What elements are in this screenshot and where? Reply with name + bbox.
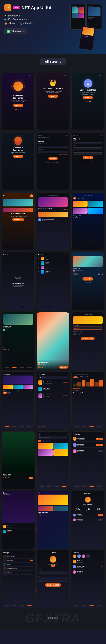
screen-login: LOG IN Skip johnsmith@email.com Log In E…: [37, 132, 70, 190]
followers-item-2: DigitalMind 1.2k followers Follow: [73, 518, 103, 522]
crown-icon: 👑: [38, 79, 68, 86]
nft-worlds-buy-btn[interactable]: Buy: [3, 392, 7, 394]
trending-1-price: 0.12 ETH: [45, 258, 68, 260]
screens-badge: 31 screens: [4, 28, 27, 34]
watermark-section-3: GFXTRA Explore Discover NFTs: [0, 491, 106, 549]
signup-button[interactable]: SIGN UP: [83, 156, 93, 159]
screen-saturn: Skip → A new NFTExperience Discover, col…: [2, 72, 35, 130]
followers-1-follow[interactable]: Follow: [98, 514, 103, 516]
screen-eth-cta[interactable]: NEXT →: [83, 96, 93, 99]
explore1-buy[interactable]: Buy: [29, 477, 33, 479]
nft-worlds-gallery-title: NFT Worlds: [3, 374, 10, 375]
sales-history-title: NFT Worlds Sales History: [73, 374, 88, 375]
sea-sun-bid-btn[interactable]: Place Bid: [82, 277, 93, 280]
signup-password-input[interactable]: [73, 152, 103, 154]
watermark-section-2: GFXTRA Dark Forest @nature.world 0.45 ET…: [0, 432, 106, 490]
profile-name-input[interactable]: [38, 571, 68, 574]
sea-sun-title: Sea & Sun: [73, 268, 103, 269]
save-profile-btn[interactable]: SAVE CHANGES: [45, 584, 61, 586]
settings-item-1[interactable]: Find & Support ›: [3, 554, 33, 558]
trending-title: Trending: [38, 254, 44, 256]
signup-email-input[interactable]: [73, 147, 103, 150]
settings-item-5[interactable]: Payment ›: [3, 570, 33, 574]
following-2-unfollow[interactable]: Following: [96, 444, 103, 446]
feature-icons: ★ 190+ Icons: [4, 14, 67, 17]
trending-item-4: 4 Trending 0.20 ETH: [38, 270, 68, 274]
trending-item-3: 3 MyPaper 0.15 ETH: [38, 265, 68, 270]
screens-row-5: Topforests by @nature.art 3.2k likes Pri…: [2, 312, 104, 370]
screen-followers-stats: Followers ⋯ +5 ArtMaster: [71, 550, 104, 608]
footer-link[interactable]: gfxtra.com: [47, 616, 58, 619]
nft-list-item-1: Neon World by @neon.creator 0.9 ETH: [38, 380, 68, 386]
profile-avatar: [85, 497, 91, 502]
following-1-unfollow[interactable]: Following: [96, 438, 103, 440]
screen-crown: Skip → 👑 Success in Crypto Art Create an…: [37, 72, 70, 130]
settings-item-3[interactable]: Privacy ›: [3, 562, 33, 566]
screens-row-2: A new NFTExperience Digital art marketpl…: [0, 132, 106, 190]
screen-settings: Settings Find & Support › Notificati: [2, 550, 35, 608]
feature-styles: 🔥 Many UI Style Guides: [4, 22, 67, 25]
signup-name-input[interactable]: [73, 142, 103, 144]
login-button[interactable]: LOG IN: [48, 157, 58, 160]
nft-worlds-search[interactable]: 🔍 Search...: [38, 376, 68, 379]
settings-label-2: Notifications: [7, 560, 14, 561]
screen-followers: Followers @NFTCreator 125 Following 89: [71, 491, 104, 549]
fire-icon: 🔥: [4, 22, 8, 25]
screen-saturn-cta[interactable]: NEXT →: [13, 104, 23, 107]
settings-label-3: Privacy: [7, 564, 11, 565]
all-screens-pill: All Screens: [40, 58, 66, 65]
screens-row-3: ☰ Connect wallet Connect your digital wa…: [0, 192, 106, 250]
bottom-spacing: [0, 626, 106, 630]
screen-wallet-cta[interactable]: CONNECT: [12, 218, 24, 221]
no-following-text: No following yet!: [12, 282, 24, 284]
saturn-planet: [13, 82, 23, 91]
screens-count: 31 screens: [11, 30, 24, 33]
screens-icon: [7, 30, 10, 33]
screen-signup-title: Sign Up: [73, 138, 103, 140]
profile-bio-input[interactable]: [38, 577, 68, 582]
screen-crown-cta[interactable]: NEXT →: [48, 94, 58, 98]
login-email-input[interactable]: [38, 146, 68, 148]
preview-phone-2: Hot Bids ♦ Blake Vilmis 0.12 ETH: [86, 4, 102, 30]
nft-worlds-price-large: $115,678.04: [38, 426, 68, 428]
page-wrapper: Xd Xd NFT App UI Kit ★ 190+ Icons ◆ 65+ …: [0, 0, 106, 630]
screen-sea-sun: ← ♡ Sea & Sun by @seaartist Current bid …: [71, 252, 104, 310]
watermark-section-1: GFXTRA Topforests by @nature.art 3.2k li…: [0, 312, 106, 370]
settings-label-5: Payment: [7, 572, 12, 573]
nft-list-item-3: Crystal Mind by @crystal 0.7 ETH: [38, 393, 68, 398]
feature-list: ★ 190+ Icons ◆ 65+ Components 🔥 Many UI …: [4, 14, 67, 25]
screens-row-6: NFT Worlds ⋯ $1.2K$3.1K$2.9K Buy Sel: [0, 372, 106, 429]
feature-icons-text: 190+ Icons: [8, 14, 20, 17]
screen-topforests: Topforests by @nature.art 3.2k likes Pri…: [2, 312, 35, 370]
notifications-toggle[interactable]: [30, 560, 33, 561]
diamond-icon: ◆: [4, 18, 6, 21]
xd-badge: Xd: [13, 6, 20, 9]
screen-drop-cta[interactable]: NEXT →: [13, 155, 23, 158]
screen-drop-label: A new NFTExperience: [3, 147, 33, 152]
settings-item-4[interactable]: Change Password ›: [3, 566, 33, 570]
watermark-bottom: GFXTRA gfxtra.com: [0, 610, 106, 626]
screen-calm-place: ← Calm Place Art ♡ All Art 3D: [71, 192, 104, 250]
nft-worlds-list-title: NFT Worlds: [38, 374, 45, 375]
place-bid-button[interactable]: PLACE A BID: [81, 337, 94, 340]
settings-avatar: [49, 556, 57, 563]
feature-components-text: 65+ Components: [8, 18, 27, 21]
screen-settings-2: ← Profile @cryptouser Pro Display Name: [36, 550, 70, 608]
screens-row-9: Settings Find & Support › Notificati: [2, 550, 104, 608]
explore2-search[interactable]: 🔍 Search NFTs...: [38, 436, 68, 438]
followers-title: Followers: [73, 493, 103, 494]
following-3-follow[interactable]: Follow: [98, 450, 103, 452]
followers-2-follow[interactable]: Follow: [98, 519, 103, 521]
sales-chart: [73, 379, 103, 386]
nft-list-item-2: Deep Space by @space.art 1.2 ETH: [38, 386, 68, 392]
login-password-input[interactable]: [38, 151, 68, 153]
ethereum-icon: Ξ: [84, 79, 92, 88]
bid-input[interactable]: 0.5 ETH: [73, 326, 103, 330]
screen-colorful-liquid: Colorful Liquid @liquidart Price 2.5 ETH: [36, 312, 70, 370]
trending-item-2: 2 Infinite 0.08 ETH: [38, 261, 68, 265]
nft-worlds-sell-btn[interactable]: Sell: [7, 392, 11, 394]
screen-place-bid: ← Place a bid Bid amount 0.5 ETH Your ba…: [71, 312, 104, 370]
settings-item-2[interactable]: Notifications: [3, 558, 33, 562]
logo-icon: Xd: [4, 4, 11, 11]
colorful-liquid-buy[interactable]: Buy Now: [59, 366, 68, 368]
